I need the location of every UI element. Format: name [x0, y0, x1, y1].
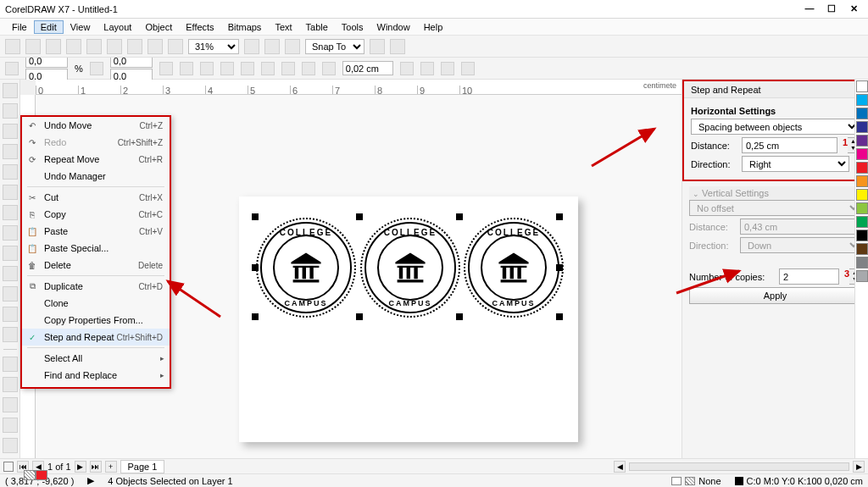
selection-handle[interactable]	[456, 313, 463, 320]
vertical-mode-select[interactable]: No offset	[689, 200, 861, 216]
print-icon[interactable]	[66, 39, 81, 54]
save-icon[interactable]	[46, 39, 61, 54]
menu-duplicate[interactable]: ⧉DuplicateCtrl+D	[22, 278, 170, 295]
fullscreen-icon[interactable]	[244, 39, 259, 54]
copies-input[interactable]	[779, 268, 839, 285]
dimension-tool-icon[interactable]	[3, 307, 18, 322]
selection-handle[interactable]	[252, 213, 259, 220]
page-nav-icon[interactable]	[3, 462, 14, 472]
connector-tool-icon[interactable]	[3, 327, 18, 342]
no-color-swatch[interactable]	[24, 470, 36, 480]
menu-window[interactable]: Window	[370, 20, 417, 34]
menu-help[interactable]: Help	[417, 20, 450, 34]
menu-copy[interactable]: ⎘CopyCtrl+C	[22, 206, 170, 223]
menu-layout[interactable]: Layout	[97, 20, 138, 34]
menu-delete[interactable]: 🗑DeleteDelete	[22, 257, 170, 274]
polygon-tool-icon[interactable]	[3, 246, 18, 261]
college-stamp[interactable]: COLLEGE CAMPUS	[468, 222, 559, 313]
fill-tool-icon[interactable]	[3, 418, 18, 433]
color-swatch[interactable]	[856, 257, 868, 268]
snap-options-icon[interactable]	[370, 39, 385, 54]
menu-cut[interactable]: ✂CutCtrl+X	[22, 189, 170, 206]
menu-paste[interactable]: 📋PasteCtrl+V	[22, 223, 170, 240]
color-swatch[interactable]	[856, 189, 868, 201]
snapto-select[interactable]: Snap To	[305, 39, 364, 54]
color-swatch[interactable]	[856, 270, 868, 282]
color-swatch[interactable]	[856, 80, 868, 92]
combine-icon[interactable]	[302, 62, 315, 75]
color-swatch[interactable]	[856, 230, 868, 241]
order-icon[interactable]	[220, 62, 234, 75]
color-swatch[interactable]	[856, 121, 868, 133]
align-icon[interactable]	[200, 62, 214, 75]
menu-edit[interactable]: Edit	[34, 20, 64, 34]
selection-handle[interactable]	[356, 213, 363, 220]
close-button[interactable]: ✕	[844, 3, 863, 15]
color-swatch[interactable]	[856, 108, 868, 119]
hscroll-right[interactable]: ▶	[853, 461, 865, 473]
mirror-v-icon[interactable]	[180, 62, 193, 75]
text-tool-icon[interactable]	[3, 266, 18, 281]
crop-tool-icon[interactable]	[3, 124, 18, 139]
selection-handle[interactable]	[252, 264, 259, 271]
outline-icon[interactable]	[322, 62, 336, 75]
convert-icon[interactable]	[420, 62, 434, 75]
color-swatch[interactable]	[856, 135, 868, 147]
menu-repeat[interactable]: ⟳Repeat MoveCtrl+R	[22, 151, 170, 168]
college-stamp[interactable]: COLLEGE CAMPUS	[364, 222, 456, 313]
selection-handle[interactable]	[456, 213, 463, 220]
hscrollbar[interactable]	[629, 462, 849, 471]
distance-input[interactable]	[742, 137, 837, 153]
college-stamp[interactable]: COLLEGE CAMPUS	[260, 222, 352, 313]
color-swatch[interactable]	[856, 216, 868, 228]
hints-icon[interactable]	[264, 39, 280, 54]
color-swatch[interactable]	[856, 243, 868, 255]
direction-select[interactable]: Right	[742, 156, 849, 172]
new-icon[interactable]	[5, 39, 20, 54]
undo-icon[interactable]	[147, 39, 163, 54]
color-swatch[interactable]	[856, 94, 868, 106]
menu-table[interactable]: Table	[299, 20, 335, 34]
add-page-button[interactable]: +	[105, 461, 117, 473]
wrap-text-icon[interactable]	[400, 62, 414, 75]
maximize-button[interactable]: ☐	[822, 3, 841, 15]
selection-handle[interactable]	[556, 313, 563, 320]
pick-tool-icon[interactable]	[3, 83, 18, 98]
outline-color-icon[interactable]	[685, 477, 695, 485]
apply-button[interactable]: Apply	[689, 287, 861, 304]
color-swatch[interactable]	[856, 148, 868, 160]
menu-bitmaps[interactable]: Bitmaps	[221, 20, 269, 34]
color-swatch[interactable]	[856, 175, 868, 187]
zoom-select[interactable]: 31%	[188, 39, 239, 54]
selection-handle[interactable]	[556, 264, 563, 271]
selection-handle[interactable]	[556, 213, 563, 220]
lock-ratio-icon[interactable]	[90, 62, 103, 75]
menu-text[interactable]: Text	[268, 20, 298, 34]
menu-paste-special[interactable]: 📋Paste Special...	[22, 240, 170, 257]
red-swatch[interactable]	[36, 470, 47, 480]
eyedropper-tool-icon[interactable]	[3, 397, 18, 412]
open-icon[interactable]	[25, 39, 41, 54]
copy-icon[interactable]	[107, 39, 122, 54]
menu-tools[interactable]: Tools	[335, 20, 370, 34]
transparency-tool-icon[interactable]	[3, 377, 18, 392]
options-icon[interactable]	[285, 39, 300, 54]
color-swatch[interactable]	[856, 202, 868, 214]
mirror-h-icon[interactable]	[159, 62, 173, 75]
menu-object[interactable]: Object	[138, 20, 179, 34]
horizontal-mode-select[interactable]: Spacing between objects	[691, 119, 860, 135]
shape-tool-icon[interactable]	[3, 103, 18, 119]
menu-undo[interactable]: ↶Undo MoveCtrl+Z	[22, 117, 170, 134]
next-page-button[interactable]: ▶	[75, 461, 86, 473]
outline-width-input[interactable]	[342, 61, 393, 75]
edit-icon[interactable]	[441, 62, 454, 75]
page-tab[interactable]: Page 1	[120, 460, 165, 473]
zoom-tool-icon[interactable]	[3, 144, 18, 159]
menu-effects[interactable]: Effects	[179, 20, 220, 34]
redo-icon[interactable]	[168, 39, 183, 54]
menu-clone[interactable]: Clone	[22, 295, 170, 312]
fill-color-icon[interactable]	[671, 477, 682, 485]
rectangle-tool-icon[interactable]	[3, 205, 18, 220]
group-icon[interactable]	[241, 62, 254, 75]
launch-icon[interactable]	[390, 39, 405, 54]
